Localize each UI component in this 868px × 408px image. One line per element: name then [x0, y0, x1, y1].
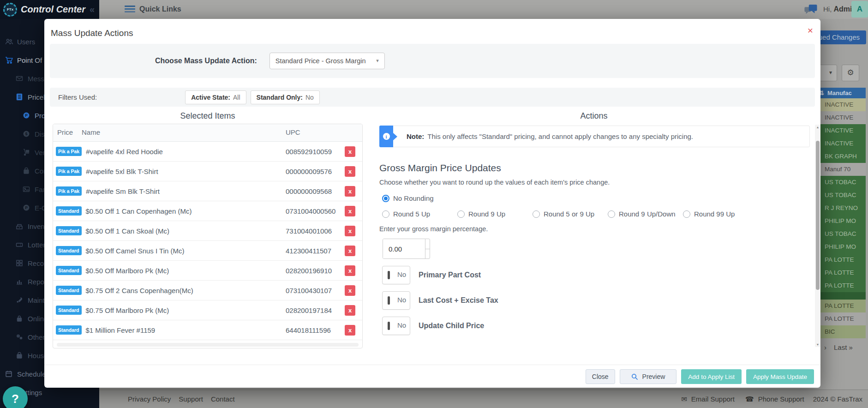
manufacturer-header-label: Manufac: [827, 88, 852, 98]
table-row[interactable]: [818, 292, 866, 300]
table-row[interactable]: INACTIVE: [818, 98, 866, 111]
radio-no-rounding[interactable]: No Rounding: [382, 194, 457, 202]
remove-item-button[interactable]: x: [345, 166, 355, 177]
radio-round-9-up-down[interactable]: Round 9 Up/Down: [608, 210, 683, 218]
table-row[interactable]: PHILIP MO: [818, 240, 866, 253]
primary-part-cost-toggle[interactable]: No: [382, 266, 410, 284]
section-title: Gross Margin Price Updates: [379, 162, 812, 174]
margin-percentage-input[interactable]: [383, 239, 425, 258]
table-settings-button[interactable]: ⚙: [842, 65, 859, 81]
toggle-knob: [388, 322, 390, 330]
manufacturer-header[interactable]: ⇅ Manufac: [818, 88, 866, 98]
radio-icon[interactable]: [457, 210, 465, 218]
table-row[interactable]: BIC: [818, 325, 866, 338]
menu-icon[interactable]: [125, 6, 135, 14]
table-row[interactable]: R J REYNO: [818, 202, 866, 215]
selected-items-table: Price Name UPC Pik a Pak #vapelife 4xl R…: [53, 124, 363, 348]
table-row[interactable]: PA LOTTE: [818, 300, 866, 312]
table-row[interactable]: US TOBAC: [818, 228, 866, 240]
price-badge: Standard: [56, 226, 82, 235]
remove-item-button[interactable]: x: [345, 146, 355, 157]
remove-item-button[interactable]: x: [345, 325, 355, 336]
next-page-icon[interactable]: ›: [824, 343, 826, 351]
table-row[interactable]: PA LOTTE: [818, 279, 866, 292]
email-support-link[interactable]: Email Support: [691, 395, 735, 403]
sidebar-item-label: Other: [28, 333, 45, 341]
discount-icon: $: [22, 130, 30, 138]
table-row[interactable]: INACTIVE: [818, 124, 866, 137]
close-icon[interactable]: ×: [805, 24, 816, 36]
grid-icon: [15, 259, 24, 267]
table-row[interactable]: US TOBAC: [818, 176, 866, 189]
scroll-up-icon[interactable]: ▲: [815, 126, 820, 129]
remove-item-button[interactable]: x: [345, 285, 355, 296]
radio-icon[interactable]: [382, 210, 389, 218]
radio-label: Round 9 Up/Down: [619, 210, 676, 218]
table-row[interactable]: PHILIP MO: [818, 215, 866, 228]
table-row[interactable]: US TOBAC: [818, 189, 866, 202]
avatar[interactable]: A: [851, 1, 868, 18]
price-badge: Standard: [56, 286, 82, 295]
sidebar-item-scheduler[interactable]: Scheduler: [5, 365, 48, 383]
table-scroll-area: [53, 340, 362, 348]
table-row[interactable]: BK GRAPH: [818, 150, 866, 163]
remove-item-button[interactable]: x: [345, 265, 355, 276]
scroll-down-icon[interactable]: ▼: [815, 343, 820, 346]
toggle-knob: [388, 271, 390, 279]
sidebar-item-online[interactable]: Online: [15, 309, 48, 328]
table-row[interactable]: PA LOTTE: [818, 312, 866, 325]
table-row[interactable]: PA LOTTE: [818, 266, 866, 279]
radio-round-9-up[interactable]: Round 9 Up: [457, 210, 533, 218]
svg-text:P: P: [25, 113, 28, 118]
add-to-apply-list-button[interactable]: Add to Apply List: [681, 369, 742, 384]
item-upc: 000000009576: [286, 168, 332, 175]
sidebar-item-other[interactable]: Other: [15, 328, 45, 346]
item-name: $0.50 Off Marlboro Pk (Mc): [86, 267, 169, 275]
quick-links[interactable]: Quick Links: [139, 5, 181, 13]
table-row[interactable]: PA LOTTE: [818, 253, 866, 266]
item-name: $0.75 Off 2 Cans Copenhagen(Mc): [86, 287, 193, 294]
price-badge: Pik a Pak: [56, 167, 82, 176]
remove-item-button[interactable]: x: [345, 305, 355, 316]
last-cost-excise-tax-toggle[interactable]: No: [382, 291, 410, 310]
remove-item-button[interactable]: x: [345, 206, 355, 216]
close-button[interactable]: Close: [586, 369, 615, 384]
preview-button[interactable]: Preview: [620, 369, 677, 384]
update-child-price-toggle[interactable]: No: [382, 317, 410, 335]
horizontal-scrollbar[interactable]: [57, 343, 359, 347]
vertical-scrollbar[interactable]: ▲ ▼: [815, 125, 820, 347]
chip-name: Standard Only:: [257, 94, 303, 101]
sidebar-item-users[interactable]: Users: [5, 32, 35, 51]
remove-item-button[interactable]: x: [345, 186, 355, 197]
scrollbar-thumb[interactable]: [816, 141, 820, 290]
radio-round-5-or-9-up[interactable]: Round 5 or 9 Up: [533, 210, 608, 218]
sidebar-item-house[interactable]: House: [15, 346, 48, 365]
modal-title: Mass Update Actions: [51, 28, 133, 38]
table-row[interactable]: Manuf 70: [818, 163, 866, 176]
radio-icon[interactable]: [683, 210, 690, 218]
radio-round-99-up[interactable]: Round 99 Up: [683, 210, 758, 218]
contact-link[interactable]: Contact: [211, 395, 235, 403]
collapse-sidebar-icon[interactable]: «: [90, 4, 95, 15]
radio-icon[interactable]: [608, 210, 615, 218]
apply-mass-update-button[interactable]: Apply Mass Update: [746, 369, 814, 384]
radio-round-5-up[interactable]: Round 5 Up: [382, 210, 457, 218]
radio-selected-icon[interactable]: [382, 195, 389, 202]
table-row[interactable]: INACTIVE: [818, 111, 866, 124]
help-button[interactable]: ?: [3, 386, 28, 408]
support-link[interactable]: Support: [179, 395, 203, 403]
sidebar-item-lottery[interactable]: Lottery: [15, 235, 49, 254]
phone-support-link[interactable]: Phone Support: [758, 395, 804, 403]
price-badge: Standard: [56, 306, 82, 315]
messages-icon[interactable]: [804, 4, 819, 17]
mass-update-action-select[interactable]: Standard Price - Gross Margin ▾: [269, 53, 385, 69]
remove-item-button[interactable]: x: [345, 226, 355, 236]
table-row[interactable]: INACTIVE: [818, 137, 866, 150]
last-page-link[interactable]: Last »: [834, 343, 853, 351]
spinner-down-icon[interactable]: ▼: [425, 249, 430, 259]
privacy-policy-link[interactable]: Privacy Policy: [128, 395, 171, 403]
spinner-up-icon[interactable]: ▲: [425, 239, 430, 249]
table-row: Standard $1 Million Fever #1159 64401811…: [53, 320, 362, 340]
radio-icon[interactable]: [533, 210, 540, 218]
remove-item-button[interactable]: x: [345, 246, 355, 256]
